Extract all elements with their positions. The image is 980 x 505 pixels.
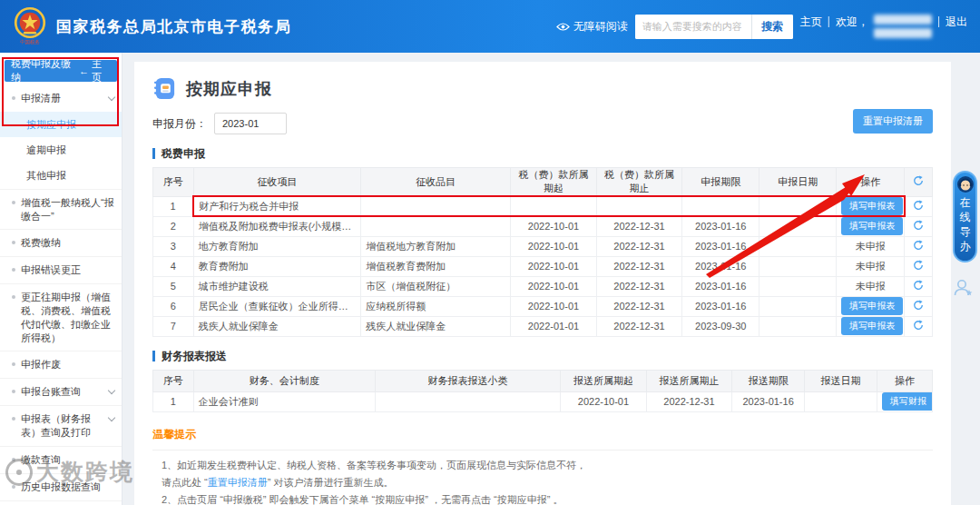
row-number-cell: 4 (153, 256, 194, 276)
table-cell (361, 196, 511, 216)
welcome-label: 欢迎， (836, 15, 868, 30)
refresh-icon[interactable] (913, 320, 924, 331)
refresh-icon[interactable] (913, 240, 924, 251)
sidebar-item[interactable]: 申报台账查询 (0, 378, 122, 405)
column-header: 报送日期 (805, 370, 877, 391)
table-cell: 2022-12-31 (596, 276, 681, 296)
app-header: 中国税务 国家税务总局北京市电子税务局 无障碍阅读 搜索 主页 | 欢迎， | … (0, 0, 980, 53)
month-input[interactable] (214, 113, 287, 134)
table-cell: 2023-09-30 (682, 316, 760, 336)
page-title: 按期应申报 (186, 78, 272, 100)
table-cell (596, 196, 681, 216)
refresh-icon[interactable] (913, 175, 924, 186)
tips-title: 温馨提示 (152, 427, 933, 451)
sidebar-subitem[interactable]: 按期应申报 (0, 112, 122, 137)
row-number-cell: 6 (153, 296, 194, 316)
refresh-icon[interactable] (913, 220, 924, 231)
search-input[interactable] (635, 15, 751, 39)
table-cell: 2023-01-16 (682, 296, 760, 316)
column-header: 序号 (153, 168, 194, 197)
company-name-redacted (874, 28, 932, 38)
sidebar-item-label: 申报台账查询 (21, 385, 103, 399)
refresh-icon[interactable] (913, 200, 924, 211)
accessibility-toggle[interactable]: 无障碍阅读 (556, 19, 628, 35)
back-to-home-link[interactable]: ← 主页 (79, 57, 111, 84)
table-cell: 残疾人就业保障金 (361, 316, 511, 336)
sidebar-item-label: 缴款查询 (21, 453, 114, 467)
refresh-cell (905, 196, 933, 216)
table-row: 5城市维护建设税市区（增值税附征）2022-10-012022-12-31202… (153, 276, 933, 296)
table-cell (375, 391, 560, 411)
column-header: 申报日期 (760, 168, 837, 197)
bullet-icon (12, 268, 15, 272)
table-cell: 2023-01-16 (682, 276, 760, 296)
fill-form-button[interactable]: 填写申报表 (841, 297, 903, 315)
sidebar-item[interactable]: 增值税一般纳税人“报缴合一” (0, 189, 122, 230)
tip-text: ” 对该户清册进行重新生成。 (268, 477, 394, 488)
sidebar-item[interactable]: 申报辅助信息报告 (0, 500, 122, 505)
table-cell (760, 256, 837, 276)
sidebar-subitem[interactable]: 其他申报 (0, 163, 122, 188)
tip-link[interactable]: 重置申报清册 (208, 477, 268, 488)
row-number-cell: 3 (153, 236, 194, 256)
search-button[interactable]: 搜索 (751, 15, 793, 39)
reset-declaration-button[interactable]: 重置申报清册 (853, 109, 933, 134)
sidebar-item[interactable]: 申报作废 (0, 351, 122, 378)
sidebar-item[interactable]: 申报表（财务报表）查询及打印 (0, 405, 122, 446)
sidebar-item[interactable]: 缴款查询 (0, 446, 122, 473)
row-number-cell: 1 (153, 391, 194, 411)
logout-link[interactable]: 退出 (946, 15, 967, 30)
sidebar-item[interactable]: 申报清册 (0, 85, 122, 112)
back-arrow-icon: ← (79, 65, 89, 76)
action-cell: 填写财报 (877, 391, 932, 411)
levy-item-cell: 居民企业（查账征收）企业所得税月（季）度申报 (193, 296, 361, 316)
sidebar-item[interactable]: 税费缴纳 (0, 229, 122, 256)
table-cell: 增值税地方教育附加 (361, 236, 511, 256)
main-area: 按期应申报 申报月份： 重置申报清册 税费申报 序号征收项目征收品目税（费）款所… (122, 53, 980, 505)
levy-item-cell: 增值税及附加税费申报表(小规模纳税人适用) (193, 216, 361, 236)
action-cell: 未申报 (837, 276, 905, 296)
column-header: 操作 (877, 370, 932, 391)
fill-form-button[interactable]: 填写申报表 (841, 197, 903, 215)
refresh-icon[interactable] (913, 260, 924, 271)
table-cell (760, 276, 837, 296)
sidebar-item-label: 申报清册 (21, 92, 103, 105)
table-header-row: 序号征收项目征收品目税（费）款所属期起税（费）款所属期止申报期限申报日期操作 (153, 168, 933, 197)
sidebar-section-header[interactable]: 税费申报及缴纳 ← 主页 (5, 60, 117, 82)
row-number-cell: 5 (153, 276, 194, 296)
sidebar-subitem[interactable]: 逾期申报 (0, 137, 122, 163)
table-cell: 2022-10-01 (511, 296, 596, 316)
fill-form-button[interactable]: 填写申报表 (841, 317, 903, 335)
column-header: 征收项目 (193, 168, 361, 197)
status-text: 未申报 (856, 281, 886, 292)
column-header: 申报期限 (682, 168, 760, 197)
sidebar-item[interactable]: 申报错误更正 (0, 256, 122, 283)
action-cell: 未申报 (837, 256, 905, 276)
divider: | (828, 15, 830, 27)
levy-item-cell: 残疾人就业保障金 (193, 316, 361, 336)
bullet-icon (12, 96, 15, 100)
fill-form-button[interactable]: 填写财报 (882, 392, 933, 411)
tip-line: 1、如近期发生税费种认定、纳税人资格、备案等税务事项变动，页面展现信息与实际信息… (152, 457, 933, 474)
levy-item-cell: 城市维护建设税 (193, 276, 361, 296)
column-header: 征收品目 (361, 168, 511, 197)
table-row: 1财产和行为税合并申报填写申报表 (153, 196, 933, 216)
bullet-icon (12, 485, 15, 489)
home-link[interactable]: 主页 (800, 15, 822, 30)
table-cell: 2022-12-31 (596, 236, 681, 256)
column-header: 报送所属期止 (646, 370, 731, 391)
tip-line: 2、点击页眉 “申报缴税” 即会触发下属首个菜单 “按期应申报” ，无需再点击 … (152, 491, 933, 505)
sidebar-item[interactable]: 历史申报数据查询 (0, 473, 122, 500)
tax-collector-contact-icon[interactable] (952, 277, 974, 302)
sidebar-nav: 申报清册按期应申报逾期申报其他申报增值税一般纳税人“报缴合一”税费缴纳申报错误更… (0, 85, 122, 505)
tip-line: 请点此处 “重置申报清册” 对该户清册进行重新生成。 (152, 474, 933, 491)
sidebar-item[interactable]: 更正往期申报（增值税、消费税、增值税代扣代缴、扣缴企业所得税） (0, 283, 122, 351)
sidebar-item-label: 更正往期申报（增值税、消费税、增值税代扣代缴、扣缴企业所得税） (21, 291, 114, 344)
refresh-column-header (905, 168, 933, 197)
table-cell (760, 216, 837, 236)
finance-section-title: 财务报表报送 (152, 351, 933, 361)
fill-form-button[interactable]: 填写申报表 (841, 217, 903, 235)
online-guide-button[interactable]: 在线导办 (953, 171, 977, 262)
refresh-icon[interactable] (913, 280, 924, 291)
refresh-icon[interactable] (913, 300, 924, 311)
